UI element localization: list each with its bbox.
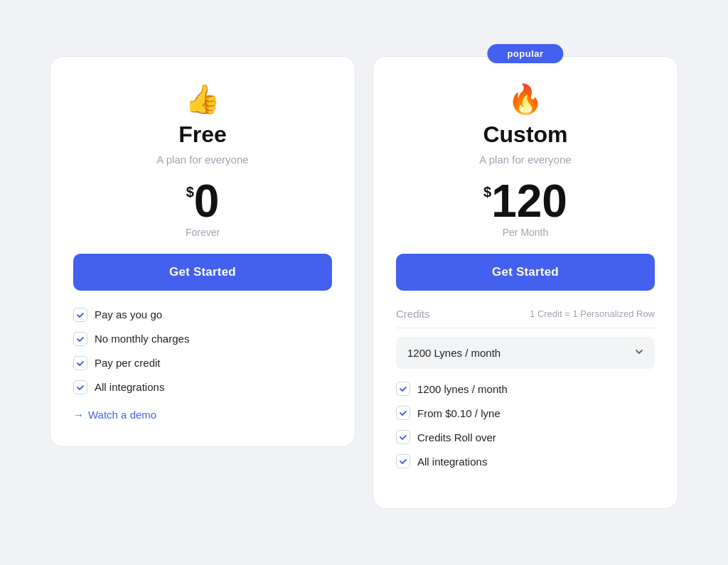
free-plan-title: Free [73, 122, 332, 148]
list-item: All integrations [73, 380, 332, 394]
check-icon [73, 332, 87, 346]
check-icon [396, 406, 410, 420]
custom-plan-period: Per Month [396, 227, 655, 238]
custom-plan-title: Custom [396, 122, 655, 148]
credits-divider [396, 328, 655, 328]
feature-label: From $0.10 / lyne [417, 407, 500, 419]
credits-label: Credits [396, 308, 430, 320]
feature-label: All integrations [95, 381, 164, 393]
check-icon [396, 454, 410, 468]
custom-plan-price-row: $ 120 [396, 178, 655, 224]
feature-label: No monthly charges [95, 333, 189, 345]
list-item: All integrations [396, 454, 655, 468]
list-item: From $0.10 / lyne [396, 406, 655, 420]
custom-plan-amount: 120 [491, 178, 567, 224]
list-item: Pay as you go [73, 308, 332, 322]
check-icon [73, 380, 87, 394]
free-plan-get-started-button[interactable]: Get Started [73, 254, 332, 291]
feature-label: Credits Roll over [417, 431, 496, 443]
custom-plan-dollar: $ [483, 184, 491, 200]
free-plan-feature-list: Pay as you go No monthly charges Pay per… [73, 308, 332, 394]
lynes-dropdown[interactable]: 1200 Lynes / month 2400 Lynes / month 48… [396, 337, 655, 369]
list-item: Pay per credit [73, 356, 332, 370]
custom-plan-card: popular 🔥 Custom A plan for everyone $ 1… [373, 56, 678, 509]
pricing-container: 👍 Free A plan for everyone $ 0 Forever G… [36, 28, 692, 537]
custom-plan-get-started-button[interactable]: Get Started [396, 254, 655, 291]
check-icon [396, 430, 410, 444]
free-plan-icon: 👍 [73, 82, 332, 116]
feature-label: Pay as you go [95, 308, 162, 321]
check-icon [73, 356, 87, 370]
credits-row: Credits 1 Credit = 1 Personalized Row [396, 308, 655, 321]
watch-demo-label: Watch a demo [88, 409, 156, 421]
lynes-dropdown-wrapper: 1200 Lynes / month 2400 Lynes / month 48… [396, 337, 655, 369]
free-plan-amount: 0 [194, 178, 220, 224]
credits-note: 1 Credit = 1 Personalized Row [530, 308, 655, 321]
free-plan-dollar: $ [186, 184, 194, 200]
free-plan-subtitle: A plan for everyone [73, 154, 332, 166]
custom-plan-icon: 🔥 [396, 82, 655, 116]
free-plan-price-row: $ 0 [73, 178, 332, 224]
list-item: No monthly charges [73, 332, 332, 346]
list-item: 1200 lynes / month [396, 382, 655, 396]
feature-label: 1200 lynes / month [417, 383, 508, 395]
feature-label: Pay per credit [95, 357, 161, 369]
free-plan-card: 👍 Free A plan for everyone $ 0 Forever G… [50, 56, 355, 447]
popular-badge: popular [487, 44, 563, 63]
watch-demo-link[interactable]: → Watch a demo [73, 409, 332, 421]
arrow-right-icon: → [73, 409, 84, 421]
custom-plan-subtitle: A plan for everyone [396, 154, 655, 166]
feature-label: All integrations [417, 456, 487, 468]
check-icon [73, 308, 87, 322]
custom-plan-feature-list: 1200 lynes / month From $0.10 / lyne Cre… [396, 382, 655, 468]
list-item: Credits Roll over [396, 430, 655, 444]
check-icon [396, 382, 410, 396]
free-plan-period: Forever [73, 227, 332, 238]
